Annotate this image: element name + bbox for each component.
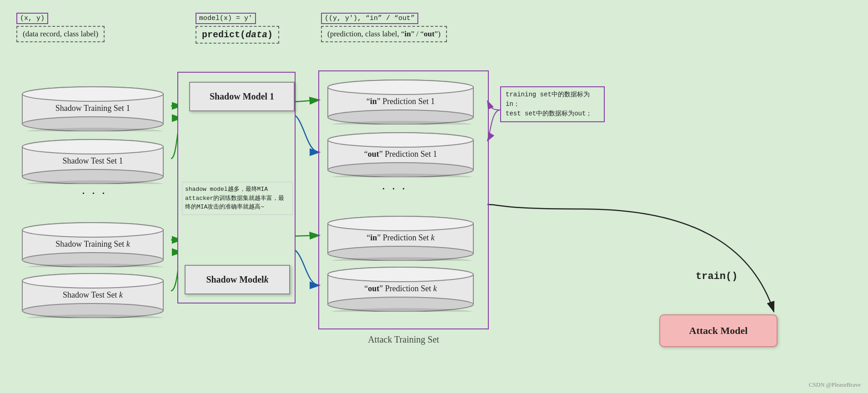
cylinder-out-pred-1: “out” Prediction Set 1 [321, 132, 480, 177]
annotation-training-test-labels: training set中的数据标为in；test set中的数据标为out； [500, 86, 605, 122]
svg-point-11 [22, 87, 163, 101]
cylinder-shadow-test-k: Shadow Test Set k [15, 273, 170, 318]
top-label-pred: ((y, y'), “in” / “out” (prediction, clas… [321, 13, 447, 42]
dots-middle: · · · [382, 182, 407, 196]
badge-pred: ((y, y'), “in” / “out” [321, 13, 418, 24]
attack-training-set-label: Attack Training Set [318, 334, 489, 345]
cylinder-shadow-train-1: Shadow Training Set 1 [15, 86, 170, 131]
label-shadow-test-1: Shadow Test Set 1 [63, 156, 123, 166]
cylinder-shadow-test-1: Shadow Test Set 1 [15, 139, 170, 184]
cylinder-in-pred-1: “in” Prediction Set 1 [321, 79, 480, 124]
shadow-model-box: Shadow Model 1 shadow model越多，最终MIAattac… [177, 72, 296, 303]
cylinder-out-pred-k: “out” Prediction Set k [321, 266, 480, 312]
svg-point-46 [328, 267, 473, 282]
svg-point-21 [22, 223, 163, 237]
svg-point-41 [328, 216, 473, 231]
label-in-pred-1: “in” Prediction Set 1 [366, 96, 435, 107]
shadow-model-1: Shadow Model 1 [189, 82, 295, 111]
label-shadow-train-k: Shadow Training Set k [55, 239, 130, 249]
badge-model: model(x) = y' [196, 13, 256, 24]
label-out-pred-k: “out” Prediction Set k [364, 284, 437, 294]
cylinder-in-pred-k: “in” Prediction Set k [321, 215, 480, 261]
top-label-xy: (x, y) (data record, class label) [16, 13, 105, 42]
dots-left: · · · [82, 186, 107, 201]
attack-model-box: Attack Model [659, 314, 778, 347]
label-in-pred-k: “in” Prediction Set k [366, 233, 435, 243]
top-label-model: model(x) = y' predict(data) [196, 13, 279, 44]
desc-xy: (data record, class label) [16, 26, 105, 42]
label-out-pred-1: “out” Prediction Set 1 [364, 149, 437, 159]
svg-point-36 [328, 133, 473, 147]
badge-xy: (x, y) [16, 13, 48, 24]
label-shadow-train-1: Shadow Training Set 1 [55, 103, 130, 114]
shadow-model-k: Shadow Model k [185, 265, 290, 294]
svg-point-26 [22, 274, 163, 288]
desc-pred: (prediction, class label, “in” / “out”) [321, 26, 447, 42]
cylinder-shadow-train-k: Shadow Training Set k [15, 222, 170, 267]
svg-point-31 [328, 80, 473, 95]
watermark: CSDN @PleaseBrave [809, 381, 861, 388]
train-label: train() [696, 271, 738, 282]
annotation-shadow-models: shadow model越多，最终MIAattacker的训练数据集就越丰富，最… [182, 182, 293, 215]
svg-point-16 [22, 139, 163, 154]
desc-model: predict(data) [196, 26, 279, 44]
label-shadow-test-k: Shadow Test Set k [63, 290, 123, 300]
